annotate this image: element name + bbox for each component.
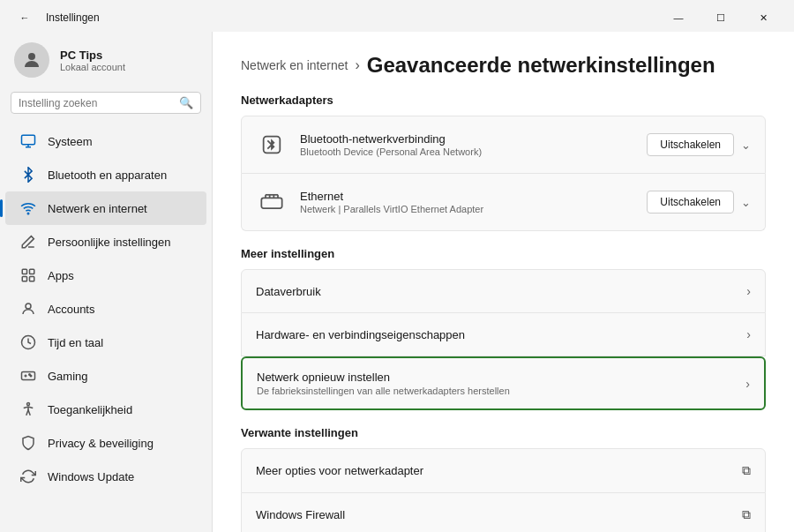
search-icon: 🔍 — [179, 96, 193, 109]
hardware-verbinding-label: Hardware- en verbindingseigenschappen — [256, 328, 746, 341]
dataverbruik-label: Dataverbruik — [256, 285, 746, 298]
svg-rect-7 — [22, 277, 26, 281]
section-heading-meer: Meer instellingen — [241, 247, 766, 260]
gaming-icon — [19, 367, 37, 385]
bluetooth-adapter-item[interactable]: Bluetooth-netwerkverbinding Bluetooth De… — [241, 116, 766, 174]
sidebar-label-apps: Apps — [48, 269, 74, 282]
nav-items: Systeem Bluetooth en apparaten — [0, 124, 212, 493]
sidebar-item-privacy[interactable]: Privacy & beveiliging — [5, 426, 206, 460]
sidebar-item-tijd[interactable]: Tijd en taal — [5, 326, 206, 359]
sidebar-item-windows-update[interactable]: Windows Update — [5, 460, 206, 493]
sidebar-label-privacy: Privacy & beveiliging — [48, 437, 154, 450]
persoonlijk-icon — [19, 233, 37, 251]
sidebar-item-accounts[interactable]: Accounts — [5, 292, 206, 326]
titlebar-left: ← Instellingen — [11, 5, 100, 30]
adapters-list: Bluetooth-netwerkverbinding Bluetooth De… — [241, 116, 766, 231]
sidebar-label-windows-update: Windows Update — [48, 470, 134, 483]
search-box[interactable]: 🔍 — [11, 92, 201, 114]
minimize-button[interactable]: — — [658, 5, 699, 30]
sidebar-label-systeem: Systeem — [48, 135, 93, 148]
ethernet-adapter-title: Ethernet — [300, 190, 647, 203]
sidebar-label-accounts: Accounts — [48, 303, 94, 316]
sidebar-label-bluetooth: Bluetooth en apparaten — [48, 169, 167, 182]
section-heading-verwante: Verwante instellingen — [241, 426, 766, 439]
bluetooth-adapter-sub: Bluetooth Device (Personal Area Network) — [300, 146, 647, 157]
windows-firewall-label: Windows Firewall — [256, 508, 742, 521]
dataverbruik-item[interactable]: Dataverbruik › — [241, 269, 766, 313]
netwerk-reset-sub: De fabrieksinstellingen van alle netwerk… — [257, 386, 745, 396]
svg-rect-1 — [22, 135, 35, 145]
svg-point-4 — [27, 213, 29, 214]
app-title: Instellingen — [46, 11, 100, 24]
toegankelijkheid-icon — [19, 401, 37, 418]
sidebar-label-tijd: Tijd en taal — [48, 336, 103, 349]
systeem-icon — [19, 132, 37, 150]
hardware-verbinding-item[interactable]: Hardware- en verbindingseigenschappen › — [241, 313, 766, 356]
svg-point-16 — [27, 403, 30, 406]
sidebar-label-gaming: Gaming — [48, 370, 88, 383]
maximize-button[interactable]: ☐ — [700, 5, 741, 30]
verwante-instellingen-list: Meer opties voor netwerkadapter ⧉ Window… — [241, 448, 766, 532]
sidebar-item-gaming[interactable]: Gaming — [5, 359, 206, 393]
bluetooth-icon — [19, 166, 37, 184]
breadcrumb: Netwerk en internet › Geavanceerde netwe… — [241, 53, 766, 78]
svg-rect-18 — [261, 198, 281, 208]
netwerk-reset-chevron: › — [745, 377, 750, 391]
windows-firewall-external-icon: ⧉ — [742, 507, 751, 522]
profile-name: PC Tips — [60, 49, 125, 62]
sidebar-label-persoonlijk: Persoonlijke instellingen — [48, 236, 170, 249]
app-body: PC Tips Lokaal account 🔍 Systeem — [0, 32, 794, 532]
dataverbruik-chevron: › — [746, 284, 751, 298]
ethernet-adapter-item[interactable]: Ethernet Netwerk | Parallels VirtIO Ethe… — [241, 174, 766, 231]
meer-opties-external-icon: ⧉ — [742, 463, 751, 478]
bluetooth-dropdown-icon[interactable]: ⌄ — [741, 139, 751, 152]
bluetooth-disable-button[interactable]: Uitschakelen — [647, 133, 734, 156]
sidebar-label-toegankelijkheid: Toegankelijkheid — [48, 403, 132, 416]
svg-rect-5 — [22, 269, 26, 273]
sidebar-label-netwerk: Netwerk en internet — [48, 202, 147, 215]
svg-point-0 — [28, 53, 35, 60]
bluetooth-adapter-icon — [256, 129, 288, 161]
page-title: Geavanceerde netwerkinstellingen — [367, 53, 715, 78]
sidebar-item-persoonlijk[interactable]: Persoonlijke instellingen — [5, 225, 206, 259]
profile-subtitle: Lokaal account — [60, 62, 125, 72]
ethernet-adapter-icon — [256, 186, 288, 218]
sidebar-item-systeem[interactable]: Systeem — [5, 124, 206, 158]
avatar — [14, 42, 49, 78]
svg-rect-6 — [30, 269, 34, 273]
breadcrumb-parent[interactable]: Netwerk en internet — [241, 58, 348, 72]
main-content: Netwerk en internet › Geavanceerde netwe… — [212, 32, 794, 532]
sidebar-item-netwerk[interactable]: Netwerk en internet — [5, 191, 206, 225]
sidebar-profile[interactable]: PC Tips Lokaal account — [0, 32, 212, 92]
breadcrumb-separator: › — [355, 57, 359, 73]
netwerk-reset-item[interactable]: Netwerk opnieuw instellen De fabrieksins… — [241, 356, 766, 410]
sidebar: PC Tips Lokaal account 🔍 Systeem — [0, 32, 212, 532]
svg-point-15 — [29, 374, 31, 376]
sidebar-item-bluetooth[interactable]: Bluetooth en apparaten — [5, 158, 206, 191]
hardware-verbinding-chevron: › — [746, 327, 751, 341]
search-input[interactable] — [19, 97, 174, 109]
ethernet-adapter-sub: Netwerk | Parallels VirtIO Ethernet Adap… — [300, 204, 647, 214]
ethernet-dropdown-icon[interactable]: ⌄ — [741, 196, 751, 209]
sidebar-item-toegankelijkheid[interactable]: Toegankelijkheid — [5, 393, 206, 426]
apps-icon — [19, 266, 37, 284]
windows-firewall-item[interactable]: Windows Firewall ⧉ — [241, 493, 766, 532]
svg-rect-8 — [30, 277, 34, 281]
bluetooth-adapter-title: Bluetooth-netwerkverbinding — [300, 132, 647, 146]
windows-update-icon — [19, 468, 37, 485]
ethernet-disable-button[interactable]: Uitschakelen — [647, 191, 734, 214]
sidebar-item-apps[interactable]: Apps — [5, 259, 206, 292]
netwerk-icon — [19, 199, 37, 217]
meer-opties-label: Meer opties voor netwerkadapter — [256, 464, 742, 477]
privacy-icon — [19, 434, 37, 452]
section-heading-adapters: Netwerkadapters — [241, 94, 766, 107]
tijd-icon — [19, 333, 37, 351]
meer-instellingen-list: Dataverbruik › Hardware- en verbindingse… — [241, 269, 766, 410]
back-button[interactable]: ← — [11, 5, 39, 30]
close-button[interactable]: ✕ — [743, 5, 783, 30]
titlebar: ← Instellingen — ☐ ✕ — [0, 0, 794, 32]
svg-rect-11 — [22, 372, 35, 380]
netwerk-reset-title: Netwerk opnieuw instellen — [257, 371, 745, 384]
svg-point-9 — [26, 303, 31, 309]
meer-opties-item[interactable]: Meer opties voor netwerkadapter ⧉ — [241, 448, 766, 493]
